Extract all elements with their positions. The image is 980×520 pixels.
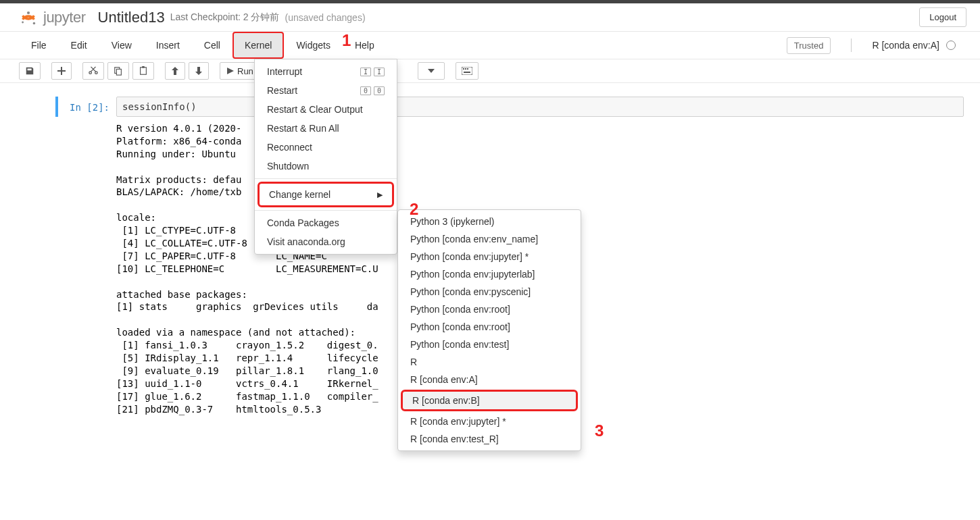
kernel-indicator[interactable]: R [conda env:A] — [872, 40, 956, 51]
cut-button[interactable] — [82, 62, 104, 80]
kernel-menu-item[interactable]: Restart00 — [255, 81, 397, 100]
move-up-button[interactable] — [165, 62, 185, 80]
kernel-option[interactable]: Python [conda env:test] — [398, 336, 581, 353]
menu-file[interactable]: File — [19, 32, 59, 59]
menu-kernel[interactable]: Kernel — [232, 32, 284, 59]
svg-rect-6 — [142, 66, 145, 68]
menu-separator — [255, 178, 397, 179]
code-cell[interactable]: In [2]: sessionInfo() — [55, 97, 964, 117]
menu-widgets[interactable]: Widgets — [284, 32, 343, 59]
menubar: File Edit View Insert Cell Kernel Widget… — [0, 32, 980, 59]
annotation-3: 3 — [595, 421, 604, 429]
menu-item-label: Restart & Clear Output — [267, 104, 363, 115]
cell-type-select[interactable] — [418, 62, 445, 80]
kernel-option[interactable]: Python [conda env:jupyterlab] — [398, 265, 581, 283]
change-kernel-submenu: Python 3 (ipykernel)Python [conda env:en… — [397, 209, 581, 429]
annotation-2: 2 — [410, 200, 418, 219]
svg-rect-10 — [467, 68, 468, 70]
checkpoint-text: Last Checkpoint: 2 分钟前 — [170, 11, 280, 24]
menu-edit[interactable]: Edit — [59, 32, 99, 59]
svg-rect-11 — [464, 72, 470, 73]
kernel-option[interactable]: R [conda env:B] — [401, 390, 578, 411]
kernel-menu-item[interactable]: Conda Packages — [255, 213, 397, 232]
svg-rect-7 — [462, 67, 472, 75]
move-down-button[interactable] — [189, 62, 209, 80]
kernel-option[interactable]: Python [conda env:pyscenic] — [398, 283, 581, 301]
svg-rect-8 — [463, 68, 464, 70]
kernel-option[interactable]: R [conda env:A] — [398, 371, 581, 388]
keyboard-shortcut: 00 — [360, 86, 385, 95]
output-prompt — [58, 117, 116, 415]
logo-text: jupyter — [43, 9, 86, 26]
menu-insert[interactable]: Insert — [144, 32, 192, 59]
copy-button[interactable] — [107, 62, 129, 80]
add-cell-button[interactable] — [51, 62, 72, 80]
menu-separator — [255, 210, 397, 211]
kernel-option[interactable]: R [conda env:jupyter] * — [398, 413, 581, 429]
kernel-menu-item[interactable]: Reconnect — [255, 138, 397, 157]
input-prompt: In [2]: — [58, 97, 116, 117]
trusted-badge[interactable]: Trusted — [787, 37, 831, 54]
notebook-title[interactable]: Untitled13 — [98, 9, 165, 26]
annotation-1: 1 — [342, 31, 351, 50]
menu-item-label: Restart — [267, 85, 297, 96]
svg-rect-4 — [116, 69, 121, 75]
svg-rect-5 — [141, 68, 147, 75]
jupyter-icon — [19, 8, 38, 27]
menu-cell[interactable]: Cell — [192, 32, 232, 59]
kernel-dropdown: InterruptIIRestart00Restart & Clear Outp… — [254, 59, 397, 255]
menu-item-label: Shutdown — [267, 161, 309, 172]
menu-item-label: Reconnect — [267, 142, 312, 153]
divider — [851, 38, 852, 52]
kernel-menu-item[interactable]: InterruptII — [255, 62, 397, 81]
unsaved-text: (unsaved changes) — [285, 12, 365, 23]
menu-item-label: Visit anaconda.org — [267, 236, 345, 247]
kernel-option[interactable]: R — [398, 353, 581, 371]
svg-point-2 — [22, 21, 24, 23]
save-button[interactable] — [19, 62, 41, 80]
kernel-option[interactable]: Python [conda env:env_name] — [398, 230, 581, 248]
kernel-menu-item[interactable]: Visit anaconda.org — [255, 232, 397, 251]
kernel-menu-item[interactable]: Change kernel▶ — [258, 182, 394, 207]
command-palette-button[interactable] — [456, 62, 479, 80]
svg-point-1 — [33, 22, 36, 24]
kernel-busy-icon — [946, 41, 956, 50]
toolbar: Run — [0, 59, 980, 83]
menu-item-label: Interrupt — [267, 66, 302, 77]
header: jupyter Untitled13 Last Checkpoint: 2 分钟… — [0, 3, 980, 32]
code-input[interactable]: sessionInfo() — [116, 97, 964, 117]
menu-item-label: Restart & Run All — [267, 123, 339, 134]
menu-view[interactable]: View — [99, 32, 144, 59]
kernel-name: R [conda env:A] — [872, 40, 939, 51]
svg-rect-9 — [465, 68, 466, 70]
keyboard-shortcut: II — [360, 68, 385, 76]
kernel-menu-item[interactable]: Shutdown — [255, 157, 397, 176]
svg-point-0 — [27, 11, 30, 14]
logout-button[interactable]: Logout — [919, 7, 966, 27]
kernel-menu-item[interactable]: Restart & Clear Output — [255, 100, 397, 119]
submenu-arrow-icon: ▶ — [377, 190, 383, 199]
kernel-menu-item[interactable]: Restart & Run All — [255, 119, 397, 138]
jupyter-logo[interactable]: jupyter — [19, 8, 86, 27]
menu-item-label: Conda Packages — [267, 217, 339, 228]
kernel-option[interactable]: Python [conda env:root] — [398, 301, 581, 318]
kernel-option[interactable]: Python [conda env:root] — [398, 318, 581, 336]
paste-button[interactable] — [132, 62, 154, 80]
menu-item-label: Change kernel — [269, 189, 330, 200]
kernel-option[interactable]: Python [conda env:jupyter] * — [398, 248, 581, 265]
kernel-option[interactable]: Python 3 (ipykernel) — [398, 213, 581, 230]
